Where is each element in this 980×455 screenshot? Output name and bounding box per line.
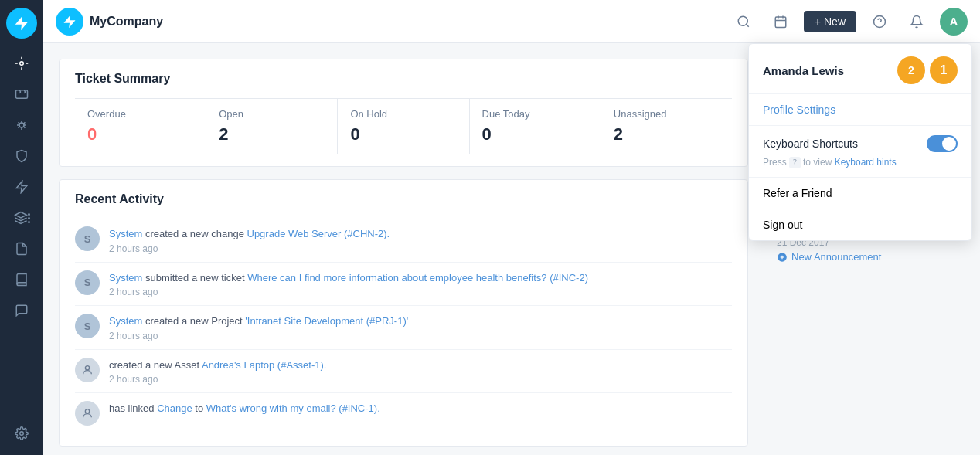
stat-onhold: On Hold 0 xyxy=(338,99,469,154)
system-link[interactable]: System xyxy=(109,228,142,239)
sidebar-item-lightning[interactable] xyxy=(8,173,36,201)
step-1-number: 1 xyxy=(941,63,948,77)
activity-content: has linked Change to What's wrong with m… xyxy=(109,401,732,416)
new-button[interactable]: + New xyxy=(804,11,856,32)
stat-duetoday-label: Due Today xyxy=(482,108,588,120)
brand-logo-icon xyxy=(56,8,83,36)
activity-link[interactable]: Andrea's Laptop (#Asset-1). xyxy=(202,359,326,371)
brand-area: MyCompany xyxy=(56,8,163,36)
keyboard-hints-link[interactable]: Keyboard hints xyxy=(835,157,897,168)
help-button[interactable] xyxy=(866,8,893,36)
activity-time: 2 hours ago xyxy=(109,331,732,341)
sidebar-item-bugs[interactable] xyxy=(8,111,36,139)
stat-unassigned-label: Unassigned xyxy=(614,108,720,120)
svg-rect-1 xyxy=(16,90,28,99)
sidebar-item-book[interactable] xyxy=(8,266,36,294)
user-dropdown: Amanda Lewis 2 1 Profile Settings Keyboa… xyxy=(748,43,972,241)
activity-item: S System submitted a new ticket Where ca… xyxy=(75,263,732,307)
activity-avatar xyxy=(75,401,100,426)
activity-item: S System created a new Project 'Intranet… xyxy=(75,306,732,350)
sidebar-item-settings[interactable] xyxy=(8,419,36,447)
sidebar-item-home[interactable] xyxy=(8,49,36,77)
activity-item: created a new Asset Andrea's Laptop (#As… xyxy=(75,350,732,394)
top-navbar: MyCompany + New A xyxy=(43,0,980,43)
profile-settings-item[interactable]: Profile Settings xyxy=(749,94,971,126)
navbar-actions: + New A xyxy=(730,8,968,36)
main-panel: Ticket Summary Overdue 0 Open 2 On Hold … xyxy=(43,43,764,455)
system-link[interactable]: System xyxy=(109,315,142,327)
activity-item: S System created a new change Upgrade We… xyxy=(75,219,732,263)
stat-unassigned: Unassigned 2 xyxy=(601,99,732,154)
activity-time: 2 hours ago xyxy=(109,243,732,254)
svg-marker-3 xyxy=(15,212,26,219)
activity-text: System submitted a new ticket Where can … xyxy=(109,270,732,286)
activity-link[interactable]: Change xyxy=(157,402,192,414)
notifications-button[interactable] xyxy=(903,8,931,36)
step-2-number: 2 xyxy=(908,64,914,76)
keyboard-hint: Press ? to view Keyboard hints xyxy=(763,157,958,168)
stat-overdue: Overdue 0 xyxy=(75,99,206,154)
sidebar-item-tickets[interactable] xyxy=(8,80,36,108)
activity-text: has linked Change to What's wrong with m… xyxy=(109,401,732,416)
dropdown-header: Amanda Lewis 2 1 xyxy=(749,44,971,94)
keyboard-shortcuts-label: Keyboard Shortcuts xyxy=(763,138,858,150)
dropdown-username: Amanda Lewis xyxy=(763,64,844,77)
new-button-label: + New xyxy=(815,15,846,28)
sidebar-item-chat[interactable] xyxy=(8,297,36,324)
activity-avatar: S xyxy=(75,314,100,338)
more-options-dots[interactable] xyxy=(28,213,30,223)
app-logo[interactable] xyxy=(6,8,37,39)
user-avatar-button[interactable]: A xyxy=(940,8,968,36)
refer-friend-label: Refer a Friend xyxy=(763,187,832,199)
left-sidebar xyxy=(0,0,43,455)
stat-duetoday-value: 0 xyxy=(482,124,588,144)
activity-content: created a new Asset Andrea's Laptop (#As… xyxy=(109,358,732,385)
activity-avatar: S xyxy=(75,270,100,295)
stat-open-value: 2 xyxy=(219,124,325,144)
ticket-summary-card: Ticket Summary Overdue 0 Open 2 On Hold … xyxy=(59,59,748,167)
svg-point-14 xyxy=(85,409,89,413)
search-button[interactable] xyxy=(730,8,757,36)
stat-open-label: Open xyxy=(219,108,325,120)
step-2-badge: 2 xyxy=(897,56,925,84)
activity-link2[interactable]: What's wrong with my email? (#INC-1). xyxy=(206,402,380,414)
svg-point-5 xyxy=(738,16,747,25)
calendar-button[interactable] xyxy=(767,8,795,36)
sidebar-item-document[interactable] xyxy=(8,235,36,263)
activity-link[interactable]: Where can I find more information about … xyxy=(247,272,588,284)
keyboard-toggle[interactable] xyxy=(927,135,958,152)
recent-activity-title: Recent Activity xyxy=(75,192,732,206)
ticket-summary-title: Ticket Summary xyxy=(75,72,732,86)
stat-unassigned-value: 2 xyxy=(614,124,720,144)
svg-line-6 xyxy=(746,24,748,26)
keyboard-hint-key: ? xyxy=(789,157,801,168)
stat-onhold-label: On Hold xyxy=(350,108,456,120)
activity-link[interactable]: 'Intranet Site Development (#PRJ-1)' xyxy=(245,315,408,327)
brand-name: MyCompany xyxy=(90,15,163,29)
activity-link[interactable]: Upgrade Web Server (#CHN-2). xyxy=(247,228,390,239)
activity-avatar: S xyxy=(75,226,100,251)
refer-friend-item[interactable]: Refer a Friend xyxy=(749,178,971,209)
sign-out-item[interactable]: Sign out xyxy=(749,209,971,240)
activity-text: System created a new change Upgrade Web … xyxy=(109,226,732,242)
recent-activity-card: Recent Activity S System created a new c… xyxy=(59,179,748,447)
new-announcement[interactable]: New Announcement xyxy=(777,251,968,263)
activity-time: 2 hours ago xyxy=(109,374,732,385)
stat-onhold-value: 0 xyxy=(350,124,456,144)
svg-point-0 xyxy=(20,62,24,66)
system-link[interactable]: System xyxy=(109,272,142,284)
step-1-badge: 1 xyxy=(930,56,958,84)
activity-text: System created a new Project 'Intranet S… xyxy=(109,314,732,329)
stat-overdue-label: Overdue xyxy=(87,108,193,120)
stat-open: Open 2 xyxy=(206,99,338,154)
avatar-letter: A xyxy=(950,15,958,28)
stat-overdue-value: 0 xyxy=(87,124,193,144)
svg-point-13 xyxy=(85,365,89,369)
sidebar-item-shield[interactable] xyxy=(8,142,36,170)
svg-point-4 xyxy=(20,432,24,436)
activity-text: created a new Asset Andrea's Laptop (#As… xyxy=(109,358,732,373)
keyboard-shortcuts-row: Keyboard Shortcuts xyxy=(763,135,958,152)
sidebar-item-layers[interactable] xyxy=(8,204,36,232)
keyboard-shortcuts-section: Keyboard Shortcuts Press ? to view Keybo… xyxy=(749,126,971,178)
activity-time: 2 hours ago xyxy=(109,287,732,297)
